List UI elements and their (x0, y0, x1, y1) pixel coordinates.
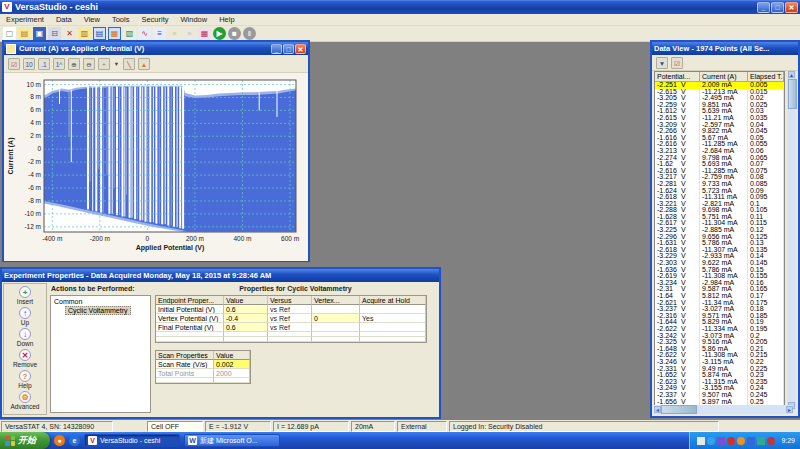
table-row[interactable]: -3.237V-3.027 mA0.18 (655, 306, 784, 313)
table-row[interactable]: -2.622V-11.334 mA0.195 (655, 326, 784, 333)
line-tool-icon[interactable]: ╲ (123, 58, 135, 70)
start-button[interactable]: 开始 (0, 432, 50, 449)
chart-window-titlebar[interactable]: Current (A) vs Applied Potential (V) _□✕ (4, 42, 308, 55)
task-versastudio-ceshi[interactable]: VVersaStudio - ceshi (84, 434, 180, 447)
table-row[interactable]: -1.624V5.723 mA0.09 (655, 188, 784, 195)
table-row[interactable]: -2.259V9.851 mA0.025 (655, 102, 784, 109)
table-row[interactable]: -2.618V-11.307 mA0.135 (655, 247, 784, 254)
remove-button[interactable]: ✕Remove (13, 349, 37, 370)
property-cell[interactable]: vs Ref (268, 314, 312, 323)
advanced-button[interactable]: ⚙Advanced (11, 391, 40, 412)
table-row[interactable]: -1.616V5.67 mA0.05 (655, 135, 784, 142)
instrument-icon[interactable]: ▦ (198, 27, 211, 40)
table-row[interactable]: -2.622V-11.308 mA0.215 (655, 352, 784, 359)
tray-icon-7[interactable] (757, 437, 765, 445)
table-row[interactable]: -1.62V5.693 mA0.07 (655, 161, 784, 168)
table-row[interactable]: -3.249V-3.155 mA0.24 (655, 385, 784, 392)
column-header-current-a[interactable]: Current (A) (700, 72, 748, 82)
filter-icon[interactable]: ▼ (656, 57, 668, 69)
table-row[interactable]: -3.246V-3.115 mA0.22 (655, 359, 784, 366)
table-row[interactable]: -3.221V-2.821 mA0.1 (655, 201, 784, 208)
cv-plot[interactable]: 10 m8 m6 m4 m2 m0-2 m-4 m-6 m-8 m-10 m-1… (4, 73, 308, 261)
minimize-button[interactable]: _ (757, 2, 770, 13)
help-button[interactable]: ?Help (18, 370, 31, 391)
table-row[interactable]: -3.242V-3.073 mA0.2 (655, 333, 784, 340)
run-icon[interactable]: » (168, 27, 181, 40)
tray-icon-4[interactable] (727, 437, 735, 445)
table-row[interactable]: -3.205V-2.495 mA0.02 (655, 95, 784, 102)
column-header-potential[interactable]: Potential... (655, 72, 700, 82)
table-row[interactable]: -2.618V-11.311 mA0.095 (655, 194, 784, 201)
tree-item-common[interactable]: Common (51, 296, 150, 305)
stop-icon[interactable]: ■ (228, 27, 241, 40)
minimize-button[interactable]: _ (271, 44, 282, 54)
menu-security[interactable]: Security (135, 15, 174, 24)
property-cell[interactable]: 2000 (214, 369, 250, 378)
tray-icon-1[interactable] (697, 437, 705, 445)
quick-launch-ie-icon[interactable]: e (69, 435, 80, 446)
table-row[interactable]: -2.288V9.698 mA0.105 (655, 207, 784, 214)
table-row[interactable]: -1.612V5.639 mA0.03 (655, 108, 784, 115)
main-titlebar[interactable]: V VersaStudio - ceshi _□✕ (0, 0, 800, 14)
tray-icon-6[interactable] (747, 437, 755, 445)
table-row[interactable]: -3.213V-2.684 mA0.06 (655, 148, 784, 155)
table-row[interactable]: -1.64V5.812 mA0.17 (655, 293, 784, 300)
tray-icon-5[interactable] (737, 437, 745, 445)
table-row[interactable]: -2.316V9.571 mA0.185 (655, 313, 784, 320)
table-row[interactable]: -3.229V-2.933 mA0.14 (655, 253, 784, 260)
menu-window[interactable]: Window (175, 15, 214, 24)
table-row[interactable]: -1.644V5.829 mA0.19 (655, 319, 784, 326)
menu-experiment[interactable]: Experiment (0, 15, 50, 24)
table-row[interactable]: -2.296V9.656 mA0.125 (655, 234, 784, 241)
image-view-icon[interactable]: ▧ (123, 27, 136, 40)
log-y-icon[interactable]: .1 (38, 58, 50, 70)
table-row[interactable]: -2.266V9.822 mA0.045 (655, 128, 784, 135)
zoom-dropdown-caret[interactable]: ▾ (113, 58, 120, 70)
property-cell[interactable]: 0.6 (224, 305, 268, 314)
table-row[interactable]: -2.337V9.507 mA0.245 (655, 392, 784, 399)
close-button[interactable]: ✕ (295, 44, 306, 54)
table-row[interactable]: -2.616V-11.285 mA0.075 (655, 168, 784, 175)
horizontal-scrollbar[interactable]: ◄► (654, 405, 793, 414)
scroll-thumb[interactable] (661, 405, 697, 414)
table-row[interactable]: -2.274V9.798 mA0.065 (655, 155, 784, 162)
property-cell[interactable]: vs Ref (268, 323, 312, 332)
graph-view-icon[interactable]: ▦ (108, 27, 121, 40)
tray-icon-2[interactable] (707, 437, 715, 445)
zoom-out-icon[interactable]: ⊖ (83, 58, 95, 70)
table-row[interactable]: -3.209V-2.597 mA0.04 (655, 122, 784, 129)
peak-tool-icon[interactable]: ▲ (138, 58, 150, 70)
overlay-graphs-icon[interactable]: ∿ (138, 27, 151, 40)
vertical-scrollbar[interactable]: ▲▼ (787, 71, 796, 410)
property-cell[interactable]: 0.002 (214, 360, 250, 369)
table-row[interactable]: -2.303V9.622 mA0.145 (655, 260, 784, 267)
menu-help[interactable]: Help (213, 15, 240, 24)
restore-button[interactable]: □ (283, 44, 294, 54)
tray-icon-3[interactable] (717, 437, 725, 445)
table-row[interactable]: -2.281V9.733 mA0.085 (655, 181, 784, 188)
quick-launch-browser-icon[interactable]: ● (54, 435, 65, 446)
down-button[interactable]: ↓Down (17, 328, 34, 349)
properties-titlebar[interactable]: Experiment Properties - Data Acquired Mo… (2, 269, 439, 282)
data-view-icon[interactable]: ▤ (93, 27, 106, 40)
tray-icon-8[interactable] (767, 437, 775, 445)
table-row[interactable]: -2.325V9.516 mA0.205 (655, 339, 784, 346)
table-row[interactable]: -3.225V-2.885 mA0.12 (655, 227, 784, 234)
property-cell[interactable]: Yes (360, 314, 426, 323)
table-row[interactable]: -3.217V-2.759 mA0.08 (655, 174, 784, 181)
save-icon[interactable]: ▣ (33, 27, 46, 40)
menu-data[interactable]: Data (50, 15, 78, 24)
table-row[interactable]: -1.648V5.86 mA0.21 (655, 346, 784, 353)
notes-icon[interactable]: ≡ (153, 27, 166, 40)
property-cell[interactable]: 0.6 (224, 323, 268, 332)
property-cell[interactable]: vs Ref (268, 305, 312, 314)
table-row[interactable]: -3.234V-2.984 mA0.16 (655, 280, 784, 287)
table-row[interactable]: -2.621V-11.34 mA0.175 (655, 300, 784, 307)
table-row[interactable]: -1.636V5.786 mA0.15 (655, 267, 784, 274)
menu-tools[interactable]: Tools (106, 15, 136, 24)
property-cell[interactable]: -0.4 (224, 314, 268, 323)
select-columns-icon[interactable]: ☑ (671, 57, 683, 69)
new-icon[interactable]: ▢ (3, 27, 16, 40)
task-microsoft-o[interactable]: W新建 Microsoft O... (184, 434, 280, 447)
table-row[interactable]: -1.628V5.751 mA0.11 (655, 214, 784, 221)
